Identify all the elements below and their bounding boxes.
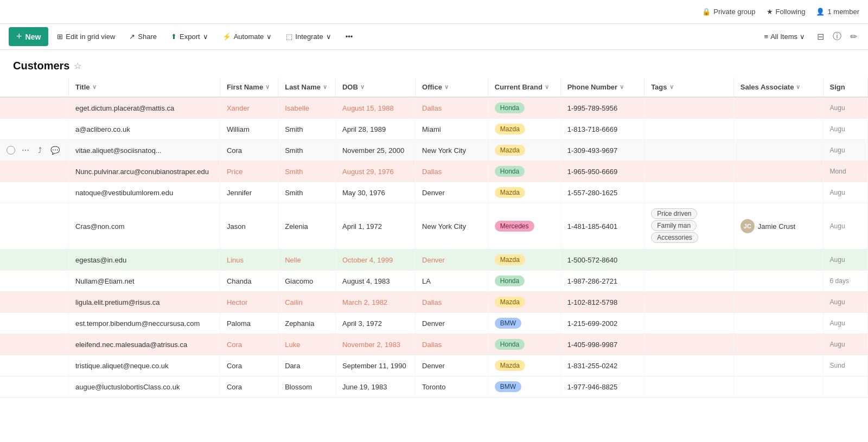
row-dob: April 28, 1989: [335, 119, 415, 140]
export-button[interactable]: ⬆ Export ∨: [165, 30, 214, 43]
all-items-button[interactable]: ≡ All Items ∨: [759, 30, 810, 43]
row-dob: March 2, 1982: [335, 292, 415, 313]
row-title[interactable]: Nullam@Etiam.net: [69, 271, 220, 292]
row-comment-button[interactable]: 💬: [48, 145, 62, 156]
edit-grid-label: Edit in grid view: [66, 33, 115, 41]
row-firstname: William: [220, 119, 278, 140]
table-row: a@aclibero.co.ukWilliamSmithApril 28, 19…: [0, 119, 868, 140]
export-icon: ⬆: [171, 33, 177, 41]
row-phone: 1-995-789-5956: [560, 97, 644, 119]
row-sign-date: Mond: [823, 161, 867, 182]
brand-sort-icon: ∨: [545, 84, 549, 91]
col-firstname[interactable]: First Name ∨: [220, 78, 278, 97]
row-firstname: Jason: [220, 203, 278, 249]
automate-button[interactable]: ⚡ Automate ∨: [217, 30, 278, 43]
members-btn[interactable]: 👤 1 member: [816, 8, 859, 16]
col-phone[interactable]: Phone Number ∨: [560, 78, 644, 97]
row-lastname: Isabelle: [278, 97, 336, 119]
table-header: Title ∨ First Name ∨ Last Name ∨: [0, 78, 868, 97]
row-title[interactable]: egestas@in.edu: [69, 249, 220, 271]
table-row: Nunc.pulvinar.arcu@conubianostraper.eduP…: [0, 161, 868, 182]
export-chevron-icon: ∨: [203, 33, 208, 41]
col-office[interactable]: Office ∨: [416, 78, 488, 97]
col-tags[interactable]: Tags ∨: [644, 78, 734, 97]
members-label: 1 member: [827, 8, 859, 16]
all-items-label: All Items: [770, 33, 797, 41]
row-title[interactable]: est.tempor.bibendum@neccursusa.com: [69, 313, 220, 334]
row-phone: 1-965-950-6669: [560, 161, 644, 182]
row-sales: [733, 376, 823, 398]
row-lastname: Zelenia: [278, 203, 336, 249]
grid-icon: ⊞: [57, 33, 63, 41]
row-office: New York City: [416, 203, 488, 249]
row-sign-date: Augu: [823, 313, 867, 334]
share-icon: ↗: [129, 33, 135, 41]
row-ellipsis-button[interactable]: ⋯: [20, 145, 31, 156]
col-dob[interactable]: DOB ∨: [335, 78, 415, 97]
row-dob: September 11, 1990: [335, 355, 415, 376]
row-dob: August 29, 1976: [335, 161, 415, 182]
row-phone: 1-102-812-5798: [560, 292, 644, 313]
row-lastname: Giacomo: [278, 271, 336, 292]
row-checkbox-cell: [0, 355, 69, 376]
row-sales: JC Jamie Crust: [733, 203, 823, 249]
firstname-sort-icon: ∨: [265, 84, 270, 91]
row-firstname: Hector: [220, 292, 278, 313]
row-title[interactable]: eget.dictum.placerat@mattis.ca: [69, 97, 220, 119]
automate-chevron-icon: ∨: [266, 33, 272, 41]
row-checkbox[interactable]: [7, 146, 15, 155]
following-btn[interactable]: ★ Following: [767, 8, 806, 16]
row-sales: [733, 140, 823, 161]
row-checkbox-cell: [0, 271, 69, 292]
edit-grid-view-button[interactable]: ⊞ Edit in grid view: [52, 30, 120, 43]
col-lastname[interactable]: Last Name ∨: [278, 78, 336, 97]
filter-button[interactable]: ⊟: [815, 30, 826, 43]
lastname-col-label: Last Name: [285, 83, 321, 91]
row-title[interactable]: augue@luctuslobortisClass.co.uk: [69, 376, 220, 398]
row-title[interactable]: vitae.aliquet@sociisnatoq...: [69, 140, 220, 161]
info-button[interactable]: ⓘ: [831, 30, 844, 43]
brand-badge: BMW: [495, 318, 521, 329]
row-lastname: Blossom: [278, 376, 336, 398]
col-sales[interactable]: Sales Associate ∨: [733, 78, 823, 97]
row-sign-date: Augu: [823, 97, 867, 119]
row-title[interactable]: tristique.aliquet@neque.co.uk: [69, 355, 220, 376]
table-row: eget.dictum.placerat@mattis.caXanderIsab…: [0, 97, 868, 119]
private-group-label: Private group: [713, 8, 755, 16]
row-tags: [644, 313, 734, 334]
row-title[interactable]: ligula.elit.pretium@risus.ca: [69, 292, 220, 313]
col-title[interactable]: Title ∨: [69, 78, 220, 97]
sales-col-label: Sales Associate: [741, 83, 794, 91]
row-title[interactable]: natoque@vestibulumlorem.edu: [69, 182, 220, 203]
row-checkbox-cell: [0, 161, 69, 182]
sales-cell: JC Jamie Crust: [741, 219, 816, 233]
row-title[interactable]: Nunc.pulvinar.arcu@conubianostraper.edu: [69, 161, 220, 182]
private-group[interactable]: 🔒 Private group: [702, 8, 755, 16]
row-firstname: Cora: [220, 334, 278, 355]
row-title[interactable]: Cras@non.com: [69, 203, 220, 249]
tags-col-label: Tags: [651, 83, 667, 91]
more-button[interactable]: •••: [340, 30, 359, 43]
brand-badge: Mazda: [495, 254, 525, 265]
row-title[interactable]: a@aclibero.co.uk: [69, 119, 220, 140]
integrate-button[interactable]: ⬚ Integrate ∨: [280, 30, 336, 43]
row-title[interactable]: eleifend.nec.malesuada@atrisus.ca: [69, 334, 220, 355]
row-phone: 1-481-185-6401: [560, 203, 644, 249]
edit-button[interactable]: ✏: [848, 30, 859, 43]
row-firstname: Paloma: [220, 313, 278, 334]
favorite-star-icon[interactable]: ☆: [74, 61, 81, 71]
row-firstname: Chanda: [220, 271, 278, 292]
row-tags: [644, 119, 734, 140]
row-brand: Honda: [488, 334, 560, 355]
col-sign[interactable]: Sign: [823, 78, 867, 97]
export-label: Export: [180, 33, 200, 41]
row-lastname: Luke: [278, 334, 336, 355]
more-icon: •••: [346, 33, 353, 41]
table-row: ⋯ ⤴ 💬 vitae.aliquet@sociisnatoq...CoraSm…: [0, 140, 868, 161]
row-share-button[interactable]: ⤴: [36, 145, 44, 156]
brand-badge: Mazda: [495, 360, 525, 371]
new-button[interactable]: + New: [9, 27, 48, 46]
col-brand[interactable]: Current Brand ∨: [488, 78, 560, 97]
share-button[interactable]: ↗ Share: [124, 30, 162, 43]
row-sign-date: Augu: [823, 292, 867, 313]
